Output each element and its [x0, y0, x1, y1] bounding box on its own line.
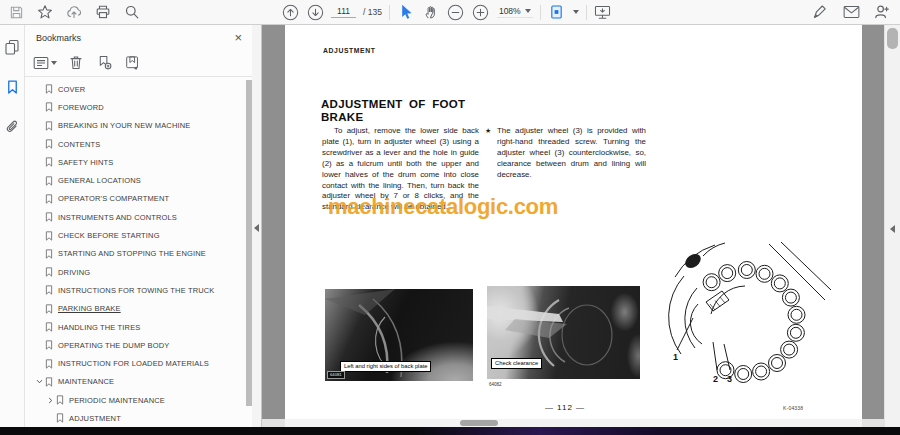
bookmark-item-label: MAINTENANCE	[58, 377, 114, 386]
locate-bookmark-icon[interactable]	[123, 54, 141, 72]
photo2-caption: Check clearance	[491, 358, 542, 369]
bookmark-item[interactable]: COVER	[25, 80, 242, 98]
chevron-down-icon[interactable]	[573, 10, 579, 14]
expand-right-panel-arrow-icon[interactable]	[890, 225, 895, 233]
bookmark-item[interactable]: SAFETY HINTS	[25, 153, 242, 171]
hand-tool-icon[interactable]	[422, 3, 440, 21]
trash-icon[interactable]	[67, 54, 85, 72]
diagram-label-1: 1	[673, 352, 678, 362]
heading-line-2: BRAKE	[321, 111, 465, 124]
bookmark-icon	[45, 212, 53, 222]
bookmark-icon	[45, 102, 53, 112]
bookmark-item[interactable]: PARKING BRAKE	[25, 300, 242, 318]
envelope-icon[interactable]	[842, 3, 860, 21]
page-number-input[interactable]: 111	[331, 6, 356, 18]
page-down-icon[interactable]	[306, 3, 324, 21]
fit-page-icon[interactable]	[548, 3, 566, 21]
bookmark-item[interactable]: HANDLING THE TIRES	[25, 318, 242, 336]
toolbar-separator	[586, 5, 587, 20]
collapse-panel-arrow-icon[interactable]	[254, 224, 259, 232]
vertical-scrollbar-thumb[interactable]	[887, 28, 898, 49]
save-icon[interactable]	[7, 3, 25, 21]
bookmark-icon	[45, 322, 53, 332]
zoom-level-select[interactable]: 108%	[497, 6, 533, 18]
upload-icon[interactable]	[65, 3, 83, 21]
photo1-caption: Left and right sides of back plate	[340, 361, 431, 372]
share-person-icon[interactable]	[873, 3, 891, 21]
bookmark-item-label: STARTING AND STOPPING THE ENGINE	[58, 249, 206, 258]
bookmark-icon	[45, 377, 53, 387]
bookmarks-panel: Bookmarks × COVERFOREWORDBREAKING IN YOU…	[25, 25, 252, 427]
bookmark-icon	[45, 249, 53, 259]
bookmark-icon	[45, 176, 53, 186]
bookmarks-icon[interactable]	[2, 77, 22, 97]
photo1-code: 64081	[327, 371, 345, 379]
bookmark-item[interactable]: INSTRUCTION FOR LOADED MATERIALS	[25, 354, 242, 372]
page-number: — 112 —	[515, 403, 615, 412]
bookmark-item[interactable]: CHECK BEFORE STARTING	[25, 226, 242, 244]
chevron-down-icon[interactable]	[34, 378, 45, 385]
attachments-icon[interactable]	[2, 117, 22, 137]
bookmark-icon	[45, 84, 53, 94]
presentation-icon[interactable]	[594, 3, 612, 21]
horizontal-scrollbar-thumb[interactable]	[460, 420, 498, 426]
bookmark-item-label: OPERATOR'S COMPARTMENT	[58, 194, 169, 203]
vertical-scrollbar[interactable]	[884, 25, 900, 427]
add-bookmark-icon[interactable]	[95, 54, 113, 72]
bookmark-item[interactable]: DRIVING	[25, 263, 242, 281]
bookmark-icon	[45, 194, 53, 204]
photo-check-clearance: Check clearance	[487, 286, 640, 379]
star-icon[interactable]	[36, 3, 54, 21]
search-icon[interactable]	[123, 3, 141, 21]
print-icon[interactable]	[94, 3, 112, 21]
bookmark-item[interactable]: INSTRUMENTS AND CONTROLS	[25, 208, 242, 226]
bookmark-item[interactable]: PERIODIC MAINTENANCE	[25, 391, 242, 409]
figure-code: K-04338	[783, 405, 803, 411]
zoom-out-icon[interactable]	[447, 3, 465, 21]
bookmark-icon	[56, 413, 64, 423]
horizontal-scrollbar[interactable]	[262, 419, 884, 427]
panel-title: Bookmarks	[36, 33, 81, 43]
watermark-text: machinecatalogic.com	[328, 194, 558, 220]
document-area: ADJUSTMENT ADJUSTMENT OF FOOT BRAKE To a…	[262, 25, 900, 427]
zoom-in-icon[interactable]	[472, 3, 490, 21]
bookmark-item[interactable]: OPERATOR'S COMPARTMENT	[25, 190, 242, 208]
bookmark-item[interactable]: FOREWORD	[25, 98, 242, 116]
bookmark-item[interactable]: CONTENTS	[25, 135, 242, 153]
heading-line-1: ADJUSTMENT OF FOOT	[321, 98, 465, 111]
bookmark-item-label: PERIODIC MAINTENANCE	[69, 396, 165, 405]
bookmark-item[interactable]: INSTRUCTIONS FOR TOWING THE TRUCK	[25, 281, 242, 299]
bookmark-icon	[56, 395, 64, 405]
bookmark-item[interactable]: ADJUSTMENT	[25, 409, 242, 427]
sign-icon[interactable]	[811, 3, 829, 21]
select-cursor-icon[interactable]	[397, 3, 415, 21]
top-toolbar: 111 / 135 108%	[0, 0, 900, 25]
bookmark-icon	[45, 157, 53, 167]
bookmark-item-label: DRIVING	[58, 268, 90, 277]
bookmark-icon	[45, 121, 53, 131]
bookmark-item-label: HANDLING THE TIRES	[58, 323, 140, 332]
bookmark-item-label: FOREWORD	[58, 103, 104, 112]
note-text: The adjuster wheel (3) is provided with …	[497, 126, 646, 181]
page-total-label: / 135	[363, 7, 382, 17]
diagram-label-3: 3	[727, 374, 732, 384]
bookmark-item[interactable]: OPERATING THE DUMP BODY	[25, 336, 242, 354]
zoom-level-value: 108%	[499, 6, 521, 16]
bookmark-item-label: INSTRUCTION FOR LOADED MATERIALS	[58, 359, 209, 368]
page-up-icon[interactable]	[281, 3, 299, 21]
bookmark-item-label: COVER	[58, 85, 85, 94]
bookmark-item[interactable]: MAINTENANCE	[25, 373, 242, 391]
bookmark-item[interactable]: STARTING AND STOPPING THE ENGINE	[25, 245, 242, 263]
chevron-right-icon[interactable]	[45, 397, 56, 404]
running-header: ADJUSTMENT	[323, 47, 375, 54]
bookmark-icon	[45, 285, 53, 295]
bookmark-item[interactable]: BREAKING IN YOUR NEW MACHINE	[25, 117, 242, 135]
close-icon[interactable]: ×	[234, 31, 242, 44]
bookmark-icon	[45, 267, 53, 277]
bookmark-item-label: CHECK BEFORE STARTING	[58, 231, 160, 240]
page-thumbnails-icon[interactable]	[2, 37, 22, 57]
options-icon[interactable]	[33, 54, 57, 72]
diagram-label-2: 2	[713, 374, 718, 384]
toolbar-center-group: 111 / 135 108%	[281, 0, 612, 24]
bookmark-item[interactable]: GENERAL LOCATIONS	[25, 171, 242, 189]
